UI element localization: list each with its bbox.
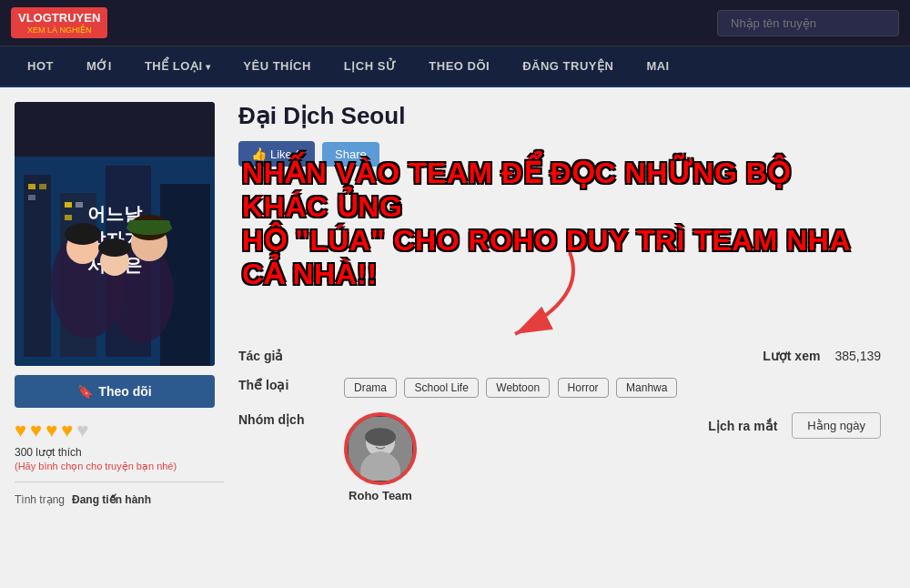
cover-overlay: 어느날 갑자기 서울은 xyxy=(15,102,215,366)
promo-overlay: NHẤN VÀO TEAM ĐỂ ĐỌC NHỮNG BỘ KHÁC ỦNG H… xyxy=(242,157,877,290)
svg-rect-8 xyxy=(28,195,35,200)
status-label: Tình trạng xyxy=(15,493,65,506)
left-panel: ROHO TEAM VLOGTRUYEN XEM LÀ NGHIỆN xyxy=(15,102,224,583)
action-buttons: 👍 Like 0 Share xyxy=(238,141,881,167)
search-input[interactable] xyxy=(717,10,899,36)
status-row: Tình trạng Đang tiến hành xyxy=(15,493,224,506)
author-row: Tác giả Lượt xem 385,139 xyxy=(238,349,881,363)
vote-hint: (Hãy bình chọn cho truyện bạn nhé) xyxy=(15,461,224,472)
nav-lichsu[interactable]: LỊCH SỬ xyxy=(328,46,413,86)
genre-tag-webtoon[interactable]: Webtoon xyxy=(486,378,550,398)
genre-tag-schoollife[interactable]: School Life xyxy=(404,378,478,398)
like-label: Like xyxy=(270,147,292,161)
svg-point-30 xyxy=(384,439,389,443)
heart-2[interactable]: ♥ xyxy=(30,419,42,442)
manga-title: Đại Dịch Seoul xyxy=(238,102,881,130)
svg-point-29 xyxy=(373,439,378,443)
main-nav: HOT MỚI THỂ LOẠI YÊU THÍCH LỊCH SỬ THEO … xyxy=(0,46,910,87)
release-label: Lịch ra mắt xyxy=(708,419,777,433)
genre-row: Thể loại Drama School Life Webtoon Horro… xyxy=(238,378,881,398)
site-logo[interactable]: VLOGTRUYEN XEM LÀ NGHIỆN xyxy=(11,7,107,38)
promo-line2: HỘ "LÚA" CHO ROHO DUY TRÌ TEAM NHA CẢ NH… xyxy=(242,224,877,291)
svg-rect-10 xyxy=(76,202,83,208)
heart-rating: ♥ ♥ ♥ ♥ ♥ xyxy=(15,419,224,442)
views-value: 385,139 xyxy=(834,349,881,363)
heart-1[interactable]: ♥ xyxy=(15,419,26,442)
status-value: Đang tiến hành xyxy=(72,493,151,506)
follow-label: Theo dõi xyxy=(98,384,151,399)
genre-tag-drama[interactable]: Drama xyxy=(344,378,397,398)
nav-yeuthich[interactable]: YÊU THÍCH xyxy=(227,46,328,86)
logo-line1: VLOGTRUYEN xyxy=(18,11,100,25)
team-area: Roho Team xyxy=(344,412,417,502)
heart-5[interactable]: ♥ xyxy=(76,419,88,442)
group-row: Nhóm dịch xyxy=(238,412,881,502)
author-label: Tác giả xyxy=(238,349,329,363)
manga-cover: ROHO TEAM VLOGTRUYEN XEM LÀ NGHIỆN xyxy=(15,102,215,366)
svg-rect-2 xyxy=(24,175,51,357)
right-panel: Đại Dịch Seoul 👍 Like 0 Share NHẤN VÀO T… xyxy=(224,102,895,583)
genre-tags: Drama School Life Webtoon Horror Manhwa xyxy=(344,378,681,398)
nav-mai[interactable]: MAI xyxy=(630,46,685,86)
svg-point-20 xyxy=(65,223,101,245)
team-avatar[interactable] xyxy=(344,412,417,485)
group-label: Nhóm dịch xyxy=(238,412,329,427)
bookmark-icon: 🔖 xyxy=(77,384,93,399)
promo-line1: NHẤN VÀO TEAM ĐỂ ĐỌC NHỮNG BỘ KHÁC ỦNG xyxy=(242,157,877,224)
svg-rect-11 xyxy=(65,215,72,220)
divider xyxy=(15,482,224,482)
thumbs-up-icon: 👍 xyxy=(251,147,267,161)
vote-count: 300 lượt thích xyxy=(15,446,224,459)
svg-point-22 xyxy=(98,238,131,257)
nav-theloai[interactable]: THỂ LOẠI xyxy=(128,46,227,86)
genre-tag-manhwa[interactable]: Manhwa xyxy=(616,378,677,398)
promo-arrow xyxy=(424,243,606,352)
views-label: Lượt xem xyxy=(763,349,820,363)
like-button[interactable]: 👍 Like 0 xyxy=(238,141,315,167)
logo-line2: XEM LÀ NGHIỆN xyxy=(18,25,100,35)
logo-area: VLOGTRUYEN XEM LÀ NGHIỆN xyxy=(11,7,107,38)
header: VLOGTRUYEN XEM LÀ NGHIỆN xyxy=(0,0,910,46)
nav-dangtruyen[interactable]: ĐĂNG TRUYỆN xyxy=(506,46,630,86)
release-value-button[interactable]: Hằng ngày xyxy=(792,412,881,439)
release-section: Lịch ra mắt Hằng ngày xyxy=(708,412,881,439)
info-section: Tác giả Lượt xem 385,139 Thể loại Drama … xyxy=(238,349,881,502)
svg-rect-9 xyxy=(65,202,72,208)
follow-button[interactable]: 🔖 Theo dõi xyxy=(15,375,215,408)
main-content: ROHO TEAM VLOGTRUYEN XEM LÀ NGHIỆN xyxy=(0,87,910,588)
team-name: Roho Team xyxy=(349,489,412,502)
genre-label: Thể loại xyxy=(238,378,329,392)
svg-rect-24 xyxy=(128,220,170,231)
share-button[interactable]: Share xyxy=(322,142,379,167)
heart-3[interactable]: ♥ xyxy=(46,419,57,442)
genre-tag-horror[interactable]: Horror xyxy=(558,378,609,398)
svg-rect-6 xyxy=(28,184,35,189)
nav-moi[interactable]: MỚI xyxy=(70,46,128,86)
views-section: Lượt xem 385,139 xyxy=(763,349,881,363)
like-count-display: 0 xyxy=(296,147,302,161)
nav-theodoi[interactable]: THEO DÕI xyxy=(412,46,506,86)
svg-rect-7 xyxy=(39,184,46,189)
nav-hot[interactable]: HOT xyxy=(11,46,70,86)
svg-point-27 xyxy=(365,428,396,446)
heart-4[interactable]: ♥ xyxy=(61,419,73,442)
